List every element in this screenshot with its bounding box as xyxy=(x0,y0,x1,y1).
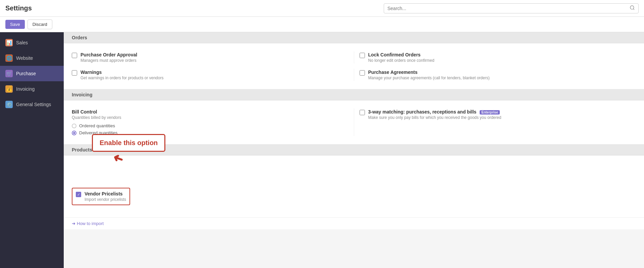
radio-ordered-dot xyxy=(72,124,76,128)
purchase-icon: 🛒 xyxy=(5,70,13,77)
lock-confirmed-orders-label: Lock Confirmed Orders xyxy=(368,52,434,57)
how-to-import-link[interactable]: ➜ How to import xyxy=(72,221,636,226)
svg-point-0 xyxy=(630,6,634,9)
lock-confirmed-orders-checkbox[interactable] xyxy=(360,53,365,58)
lock-confirmed-orders-desc: No longer edit orders once confirmed xyxy=(368,58,434,63)
website-icon: 🌐 xyxy=(5,54,13,62)
page-title: Settings xyxy=(5,4,32,12)
purchase-order-approval-item: Purchase Order Approval Managers must ap… xyxy=(72,49,348,66)
vendor-pricelists-label: Vendor Pricelists xyxy=(85,191,126,196)
vendor-pricelists-wrapper: ✓ Vendor Pricelists Import vendor pricel… xyxy=(72,188,130,205)
sidebar-item-invoicing[interactable]: 💰 Invoicing xyxy=(0,81,64,97)
bill-control-desc: Quantities billed by vendors xyxy=(72,115,121,120)
divider-1 xyxy=(354,51,354,63)
sidebar-item-purchase[interactable]: 🛒 Purchase xyxy=(0,66,64,81)
sidebar-item-sales[interactable]: 📊 Sales xyxy=(0,35,64,50)
search-bar[interactable] xyxy=(384,3,639,13)
purchase-order-approval-text: Purchase Order Approval Managers must ap… xyxy=(80,52,137,63)
products-settings: Enable this option ➜ ✓ Vendor Pricelists… xyxy=(64,155,644,218)
orders-row-2: Warnings Get warnings in orders for prod… xyxy=(72,66,636,84)
vendor-pricelists-text: Vendor Pricelists Import vendor pricelis… xyxy=(85,191,126,202)
general-icon: ⚙️ xyxy=(5,101,13,108)
svg-line-1 xyxy=(633,9,634,10)
search-input[interactable] xyxy=(387,6,628,11)
three-way-desc: Make sure you only pay bills for which y… xyxy=(368,115,501,120)
sidebar: 📊 Sales 🌐 Website 🛒 Purchase 💰 Invoicing… xyxy=(0,32,64,268)
divider-2 xyxy=(354,69,354,81)
save-button[interactable]: Save xyxy=(5,20,25,29)
sidebar-label-general: General Settings xyxy=(16,102,51,107)
vendor-pricelists-desc: Import vendor pricelists xyxy=(85,197,126,202)
purchase-agreements-label: Purchase Agreements xyxy=(368,70,490,75)
warnings-item: Warnings Get warnings in orders for prod… xyxy=(72,66,348,84)
main-layout: 📊 Sales 🌐 Website 🛒 Purchase 💰 Invoicing… xyxy=(0,32,644,268)
lock-confirmed-orders-item: Lock Confirmed Orders No longer edit ord… xyxy=(360,49,636,66)
invoicing-icon: 💰 xyxy=(5,85,13,93)
vendor-pricelists-highlight: ✓ Vendor Pricelists Import vendor pricel… xyxy=(72,188,130,205)
radio-ordered-label: Ordered quantities xyxy=(79,123,115,128)
radio-ordered[interactable]: Ordered quantities xyxy=(72,123,121,128)
enterprise-badge: Enterprise xyxy=(480,110,499,115)
orders-row-1: Purchase Order Approval Managers must ap… xyxy=(72,49,636,66)
how-to-import-section: ➜ How to import xyxy=(64,218,644,229)
bill-control-label: Bill Control xyxy=(72,109,121,115)
content-area: Orders Purchase Order Approval Managers … xyxy=(64,32,644,268)
orders-settings: Purchase Order Approval Managers must ap… xyxy=(64,43,644,89)
purchase-agreements-checkbox[interactable] xyxy=(360,70,365,76)
sidebar-item-general[interactable]: ⚙️ General Settings xyxy=(0,97,64,112)
three-way-text: 3-way matching: purchases, receptions an… xyxy=(368,109,501,120)
arrow-right-icon: ➜ xyxy=(72,221,75,226)
search-icon xyxy=(630,5,635,12)
purchase-agreements-item: Purchase Agreements Manage your purchase… xyxy=(360,66,636,84)
sidebar-label-invoicing: Invoicing xyxy=(16,86,35,92)
sidebar-item-website[interactable]: 🌐 Website xyxy=(0,50,64,66)
divider-3 xyxy=(354,108,354,136)
enable-tooltip: Enable this option ➜ xyxy=(92,134,165,152)
bill-control-text: Bill Control Quantities billed by vendor… xyxy=(72,109,121,135)
bill-control-radio-group: Ordered quantities Delivered quantities xyxy=(72,123,121,135)
lock-confirmed-orders-text: Lock Confirmed Orders No longer edit ord… xyxy=(368,52,434,63)
warnings-checkbox[interactable] xyxy=(72,70,77,76)
invoicing-section-header: Invoicing xyxy=(64,89,644,100)
three-way-checkbox[interactable] xyxy=(360,110,365,115)
purchase-order-approval-checkbox[interactable] xyxy=(72,53,77,58)
sidebar-label-purchase: Purchase xyxy=(16,71,36,76)
orders-section-header: Orders xyxy=(64,32,644,43)
warnings-text: Warnings Get warnings in orders for prod… xyxy=(80,70,163,80)
action-bar: Save Discard xyxy=(0,17,644,32)
warnings-label: Warnings xyxy=(80,70,163,75)
purchase-agreements-desc: Manage your purchase agreements (call fo… xyxy=(368,76,490,80)
three-way-item: 3-way matching: purchases, receptions an… xyxy=(360,106,636,123)
topbar: Settings xyxy=(0,0,644,17)
purchase-agreements-text: Purchase Agreements Manage your purchase… xyxy=(368,70,490,80)
three-way-label: 3-way matching: purchases, receptions an… xyxy=(368,109,501,115)
discard-button[interactable]: Discard xyxy=(28,19,52,29)
warnings-desc: Get warnings in orders for products or v… xyxy=(80,76,163,80)
radio-delivered-dot xyxy=(72,131,76,135)
purchase-order-approval-label: Purchase Order Approval xyxy=(80,52,137,57)
sales-icon: 📊 xyxy=(5,39,13,46)
sidebar-label-website: Website xyxy=(16,55,33,61)
purchase-order-approval-desc: Managers must approve orders xyxy=(80,58,137,63)
sidebar-label-sales: Sales xyxy=(16,40,28,45)
vendor-pricelists-checked: ✓ xyxy=(76,192,81,197)
